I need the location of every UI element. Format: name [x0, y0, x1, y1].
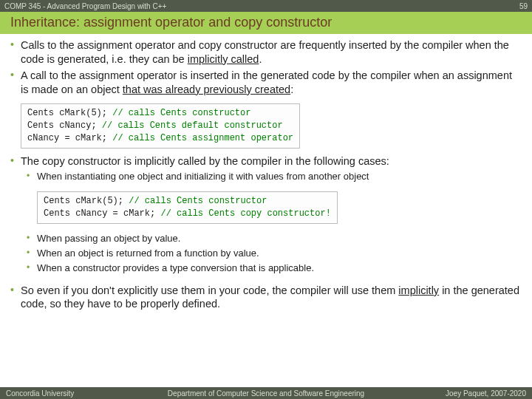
slide-content: Calls to the assignment operator and cop… — [0, 34, 532, 311]
bullet-1: Calls to the assignment operator and cop… — [10, 38, 522, 66]
slide-title: Inheritance: assignment operator and cop… — [10, 15, 332, 30]
sub-bullet-3: When an object is returned from a functi… — [27, 248, 522, 259]
bullet-3: The copy constructor is implicitly calle… — [10, 154, 522, 275]
bullet-4: So even if you don't explicitly use them… — [10, 284, 522, 311]
footer-mid: Department of Computer Science and Softw… — [168, 389, 364, 398]
slide-number: 59 — [519, 2, 528, 10]
code-block-2: Cents cMark(5); // calls Cents construct… — [37, 191, 338, 224]
course-label: COMP 345 - Advanced Program Design with … — [4, 2, 166, 10]
footer-left: Concordia University — [6, 389, 74, 398]
slide-title-bar: Inheritance: assignment operator and cop… — [0, 12, 532, 34]
code-block-1: Cents cMark(5); // calls Cents construct… — [21, 103, 300, 148]
footer-right: Joey Paquet, 2007-2020 — [446, 389, 526, 398]
sub-bullet-1: When instantiating one object and initia… — [27, 171, 522, 183]
bullet-2: A call to the assignment operator is ins… — [10, 69, 522, 96]
header-bar: COMP 345 - Advanced Program Design with … — [0, 0, 532, 12]
footer-bar: Concordia University Department of Compu… — [0, 387, 532, 399]
sub-bullet-2: When passing an object by value. — [27, 233, 522, 245]
sub-bullet-4: When a constructor provides a type conve… — [27, 262, 522, 274]
